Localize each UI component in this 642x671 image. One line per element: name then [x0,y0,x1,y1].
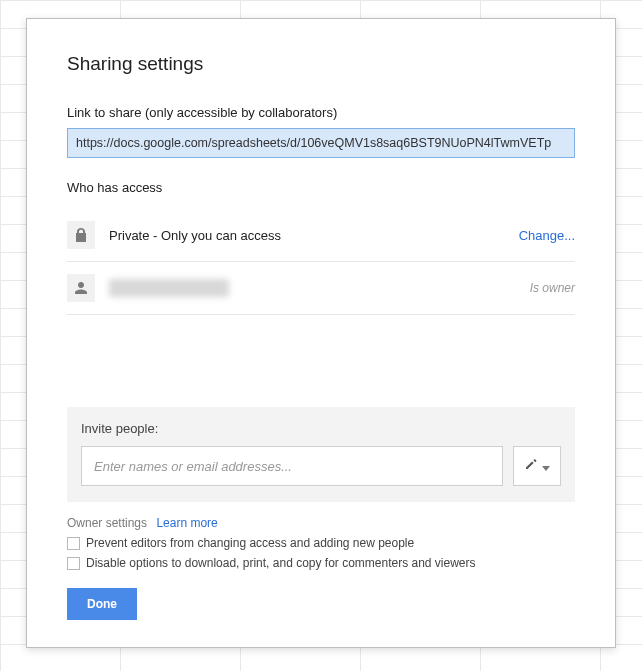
invite-panel: Invite people: [67,407,575,502]
link-share-label: Link to share (only accessible by collab… [67,105,575,120]
chevron-down-icon [542,457,550,475]
sharing-dialog: Sharing settings Link to share (only acc… [26,18,616,648]
owner-name-redacted [109,279,229,297]
done-button[interactable]: Done [67,588,137,620]
checkbox-label-disable-download: Disable options to download, print, and … [86,556,476,570]
access-row-owner: Is owner [67,262,575,315]
who-has-access-label: Who has access [67,180,575,195]
owner-settings-line: Owner settings Learn more [67,516,575,530]
owner-name [109,279,530,297]
owner-role-label: Is owner [530,281,575,295]
invite-row [81,446,561,486]
lock-icon [67,221,95,249]
owner-settings-label: Owner settings [67,516,147,530]
access-row-private: Private - Only you can access Change... [67,209,575,262]
dialog-title: Sharing settings [67,53,575,75]
checkbox-disable-download[interactable] [67,557,80,570]
invite-input[interactable] [81,446,503,486]
permission-dropdown-button[interactable] [513,446,561,486]
share-link-input[interactable] [67,128,575,158]
invite-label: Invite people: [81,421,561,436]
checkbox-label-prevent-editors: Prevent editors from changing access and… [86,536,414,550]
option-row-prevent-editors: Prevent editors from changing access and… [67,536,575,550]
privacy-text: Private - Only you can access [109,228,519,243]
option-row-disable-download: Disable options to download, print, and … [67,556,575,570]
pencil-icon [524,457,538,475]
learn-more-link[interactable]: Learn more [156,516,217,530]
change-access-link[interactable]: Change... [519,228,575,243]
checkbox-prevent-editors[interactable] [67,537,80,550]
person-icon [67,274,95,302]
